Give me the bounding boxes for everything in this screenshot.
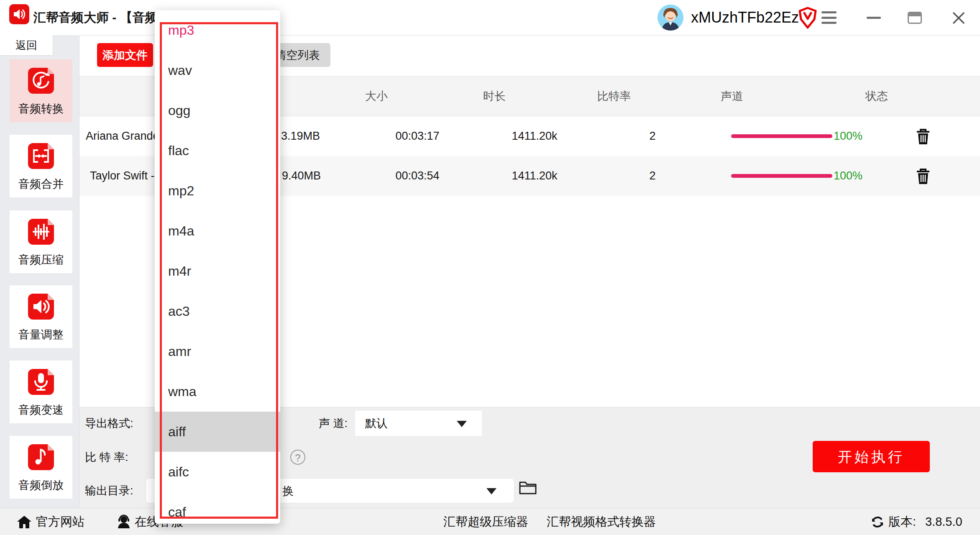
format-option-wav[interactable]: wav (155, 50, 280, 90)
progress-bar (731, 134, 832, 138)
sidebar-item-volume-adjust[interactable]: 音量调整 (10, 285, 72, 348)
sidebar-item-audio-speed[interactable]: 音频变速 (10, 361, 72, 423)
progress-percent: 100% (834, 156, 862, 196)
browse-folder-icon[interactable] (519, 479, 537, 497)
file-name: Taylor Swift - (90, 156, 155, 196)
channel-select-value: 默认 (365, 411, 388, 436)
add-files-button[interactable]: 添加文件 (97, 43, 153, 67)
file-channels: 2 (649, 156, 655, 196)
progress-percent: 100% (834, 116, 862, 156)
export-format-label: 导出格式: (85, 411, 133, 436)
audio-convert-icon (28, 68, 54, 94)
export-format-dropdown: mp3 wav ogg flac mp2 m4a m4r ac3 amr wma… (155, 10, 280, 524)
music-note-icon (28, 444, 54, 470)
channel-label: 声 道: (319, 411, 348, 436)
sidebar-item-audio-merge[interactable]: 音频合并 (10, 135, 72, 197)
title-bar: 汇帮音频大师 - 【音频转换】 xMUzhTFb22Ez (0, 0, 980, 36)
format-option-amr[interactable]: amr (155, 331, 280, 371)
file-size: 3.19MB (281, 116, 320, 156)
file-channels: 2 (649, 116, 655, 156)
sidebar-item-audio-reverse[interactable]: 音频倒放 (10, 436, 72, 499)
output-dir-value: 换 (282, 479, 294, 504)
format-option-aiff[interactable]: aiff (155, 412, 280, 452)
column-bitrate: 比特率 (597, 77, 631, 116)
version-value: 3.8.5.0 (925, 508, 962, 535)
progress-bar (731, 174, 832, 178)
column-duration: 时长 (483, 77, 506, 116)
volume-icon (28, 294, 54, 320)
format-option-aifc[interactable]: aifc (155, 452, 280, 492)
format-option-mp3[interactable]: mp3 (155, 10, 280, 50)
delete-file-icon[interactable] (915, 167, 931, 185)
status-bar: 官方网站 在线客服 汇帮超级压缩器 汇帮视频格式转换器 版本: 3.8.5.0 (0, 508, 980, 535)
format-option-m4r[interactable]: m4r (155, 251, 280, 291)
back-button[interactable]: 返回 (0, 35, 53, 56)
menu-hamburger-icon[interactable] (821, 11, 837, 24)
format-option-ogg[interactable]: ogg (155, 90, 280, 131)
username-label: xMUzhTFb22Ez (691, 0, 799, 35)
sidebar-item-audio-compress[interactable]: 音频压缩 (10, 210, 72, 273)
format-option-wma[interactable]: wma (155, 371, 280, 412)
delete-file-icon[interactable] (915, 128, 931, 145)
refresh-version-icon[interactable] (871, 515, 884, 532)
super-compressor-link[interactable]: 汇帮超级压缩器 (443, 508, 528, 535)
format-option-m4a[interactable]: m4a (155, 211, 280, 251)
file-duration: 00:03:17 (395, 116, 439, 156)
chevron-down-icon (486, 488, 496, 494)
channel-select[interactable]: 默认 (355, 411, 482, 436)
format-option-caf[interactable]: caf (155, 492, 280, 524)
maximize-button[interactable] (908, 12, 922, 24)
format-option-mp2[interactable]: mp2 (155, 171, 280, 211)
sidebar: 返回 音频转换 音频合并 音频压缩 (0, 35, 79, 508)
audio-merge-icon (28, 143, 54, 169)
chevron-down-icon (457, 421, 467, 427)
column-status: 状态 (865, 77, 888, 116)
file-bitrate: 1411.20k (512, 156, 557, 196)
format-option-ac3[interactable]: ac3 (155, 291, 280, 331)
bitrate-label: 比 特 率: (85, 445, 128, 470)
column-size: 大小 (365, 77, 388, 116)
output-dir-label: 输出目录: (85, 478, 133, 503)
app-logo-speaker-icon (9, 4, 29, 24)
app-window: 汇帮音频大师 - 【音频转换】 xMUzhTFb22Ez 返回 (0, 0, 980, 535)
home-icon[interactable] (17, 515, 32, 532)
file-size: 9.40MB (282, 156, 321, 196)
audio-compress-icon (28, 219, 54, 245)
vip-badge-icon[interactable] (797, 7, 819, 31)
official-site-link[interactable]: 官方网站 (36, 508, 84, 535)
file-duration: 00:03:54 (395, 156, 439, 196)
file-bitrate: 1411.20k (512, 116, 557, 156)
user-avatar[interactable] (658, 5, 683, 31)
file-name: Ariana Grande (86, 116, 159, 156)
close-button[interactable] (951, 10, 966, 26)
minimize-button[interactable] (867, 17, 881, 19)
start-button[interactable]: 开始执行 (813, 441, 930, 472)
version-label: 版本: (888, 508, 916, 535)
sidebar-item-audio-convert[interactable]: 音频转换 (10, 59, 72, 122)
video-converter-link[interactable]: 汇帮视频格式转换器 (547, 508, 656, 535)
customer-service-icon[interactable] (116, 514, 131, 532)
help-icon[interactable]: ? (290, 450, 305, 465)
column-channels: 声道 (721, 77, 743, 116)
microphone-icon (28, 369, 54, 395)
format-option-flac[interactable]: flac (155, 131, 280, 171)
